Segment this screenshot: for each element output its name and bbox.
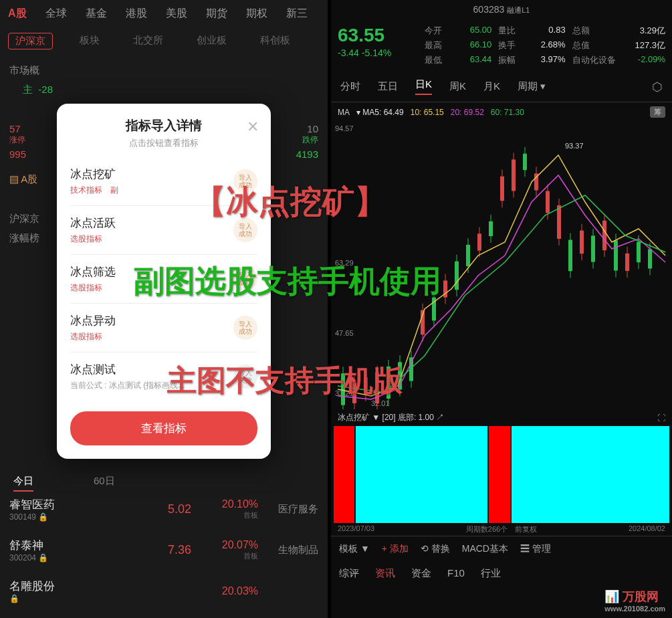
tab-period[interactable]: 周期 ▾ — [518, 80, 546, 93]
manage-button[interactable]: ☰ 管理 — [520, 543, 551, 555]
indicator-import-modal: 指标导入详情 点击按钮查看指标 ✕ 冰点挖矿 技术指标 副 导入成功 冰点活跃 … — [57, 104, 271, 459]
tab-dayk[interactable]: 日K — [415, 78, 432, 95]
subtab-bse[interactable]: 北交所 — [126, 33, 170, 49]
tab-us[interactable]: 美股 — [166, 7, 187, 21]
subtab-sector[interactable]: 板块 — [73, 33, 106, 49]
indicator-tag: 选股指标 — [70, 282, 116, 294]
market-sub-tabs: 沪深京 板块 北交所 创业板 科创板 — [0, 27, 328, 55]
quote-value: 3.29亿 — [623, 25, 665, 37]
indicator-item[interactable]: 冰点筛选 选股指标 导入成功 — [70, 254, 257, 303]
indicator-item[interactable]: 冰点测试 当前公式 : 冰点测试 (指标画线... 导入失败 — [70, 352, 257, 401]
chip-badge[interactable]: 筹 — [650, 106, 665, 118]
quote-label: 最高 — [425, 39, 442, 51]
quote-label: 量比 — [498, 25, 516, 37]
tab-ashare[interactable]: A股 — [8, 7, 27, 21]
indicator-toolbar: 模板 ▼ + 添加 ⟲ 替换 MACD基本 ☰ 管理 — [331, 536, 672, 562]
indicator-tag: 选股指标 — [70, 331, 116, 342]
tab-industry[interactable]: 行业 — [481, 567, 501, 580]
stock-row[interactable]: 名雕股份 🔒 20.03% — [9, 571, 318, 611]
svg-text:47.65: 47.65 — [335, 329, 354, 337]
stat-down-count: 10 — [307, 123, 318, 134]
tab-overview[interactable]: 综评 — [339, 567, 359, 580]
quote-value: 0.83 — [522, 25, 565, 37]
tab-f10[interactable]: F10 — [447, 567, 465, 580]
svg-text:32.01: 32.01 — [371, 399, 390, 407]
quote-value: -2.09% — [623, 54, 665, 66]
modal-title: 指标导入详情 — [70, 117, 257, 134]
quote-label: 总值 — [572, 39, 616, 51]
stat-up: 57 — [9, 123, 21, 134]
limit-down-label: 跌停 — [302, 134, 318, 146]
sub-indicator-header[interactable]: 冰点挖矿 ▼ [20] 底部: 1.00 ↗ ⛶ — [331, 409, 672, 426]
quote-label: 自动化设备 — [572, 54, 616, 66]
tab-time[interactable]: 分时 — [340, 80, 360, 93]
template-dropdown[interactable]: 模板 ▼ — [339, 543, 370, 555]
quote-value: 2.68% — [522, 39, 565, 51]
svg-text:93.37: 93.37 — [565, 142, 584, 150]
limit-up-label: 涨停 — [9, 134, 25, 146]
svg-text:94.57: 94.57 — [335, 124, 354, 132]
close-icon[interactable]: ✕ — [247, 118, 259, 136]
indicator-tag: 选股指标 — [70, 233, 116, 245]
sub-indicator-chart[interactable] — [331, 426, 672, 523]
tab-monthk[interactable]: 月K — [483, 80, 500, 93]
stat-upcount: 995 — [9, 148, 26, 160]
stock-row[interactable]: 睿智医药300149 🔒 5.02 20.10%首板 医疗服务 — [9, 489, 318, 530]
tab-weekk[interactable]: 周K — [449, 80, 466, 93]
tab-5day[interactable]: 五日 — [378, 80, 398, 93]
add-button[interactable]: + 添加 — [382, 543, 409, 555]
replace-button[interactable]: ⟲ 替换 — [421, 543, 450, 555]
indicator-sub: 当前公式 : 冰点测试 (指标画线... — [70, 380, 185, 391]
tab-futures[interactable]: 期货 — [206, 7, 227, 21]
kline-tabs: 分时 五日 日K 周K 月K 周期 ▾ ⬡ — [331, 72, 672, 102]
quote-label: 今开 — [425, 25, 442, 37]
chart-settings-icon[interactable]: ⬡ — [652, 80, 663, 94]
quote-label: 换手 — [498, 39, 516, 51]
expand-icon[interactable]: ⛶ — [657, 413, 665, 423]
import-status-badge: 导入成功 — [233, 267, 257, 291]
macd-button[interactable]: MACD基本 — [462, 543, 508, 555]
svg-text:63.29: 63.29 — [335, 259, 354, 267]
tab-funds[interactable]: 资金 — [411, 567, 431, 580]
market-change: 主 -28 — [9, 77, 318, 103]
quote-panel: 63.55 -3.44 -5.14% 今开65.00量比0.83总额3.29亿最… — [331, 19, 672, 72]
modal-subtitle: 点击按钮查看指标 — [70, 137, 257, 149]
tab-options[interactable]: 期权 — [246, 7, 267, 21]
indicator-item[interactable]: 冰点活跃 选股指标 导入成功 — [70, 205, 257, 254]
import-status-badge: 导入成功 — [233, 316, 257, 340]
info-tabs: 综评 资讯 资金 F10 行业 — [331, 562, 672, 585]
indicator-tag: 技术指标 副 — [70, 185, 118, 196]
import-status-badge: 导入失败 — [233, 365, 257, 389]
quote-label: 最低 — [425, 54, 442, 66]
tab-fund[interactable]: 基金 — [86, 7, 107, 21]
candlestick-chart[interactable]: 94.57 93.37 63.29 47.65 33.21 32.01 — [331, 122, 672, 409]
indicator-name: 冰点挖矿 — [70, 167, 118, 182]
quote-value: 65.00 — [449, 25, 491, 37]
tab-hk[interactable]: 港股 — [126, 7, 147, 21]
import-status-badge: 导入成功 — [233, 169, 257, 193]
quote-value: 127.3亿 — [623, 39, 665, 51]
indicator-item[interactable]: 冰点挖矿 技术指标 副 导入成功 — [70, 157, 257, 205]
stock-row[interactable]: 舒泰神300204 🔒 7.36 20.07%首板 生物制品 — [9, 530, 318, 571]
quote-value: 63.44 — [449, 54, 491, 66]
indicator-name: 冰点活跃 — [70, 215, 116, 231]
market-label: 市场概 — [9, 64, 318, 77]
stock-code: 603283 融通L1 — [338, 4, 665, 15]
tab-neeq[interactable]: 新三 — [286, 7, 308, 21]
left-app-panel: A股 全球 基金 港股 美股 期货 期权 新三 沪深京 板块 北交所 创业板 科… — [0, 0, 328, 618]
market-top-tabs: A股 全球 基金 港股 美股 期货 期权 新三 — [0, 0, 328, 27]
view-indicators-button[interactable]: 查看指标 — [70, 411, 257, 445]
import-status-badge: 导入成功 — [233, 218, 257, 242]
indicator-name: 冰点筛选 — [70, 264, 116, 280]
indicator-name: 冰点异动 — [70, 313, 116, 328]
subtab-star[interactable]: 科创板 — [253, 33, 297, 49]
stat-downtotal: 4193 — [296, 148, 318, 160]
indicator-item[interactable]: 冰点异动 选股指标 导入成功 — [70, 303, 257, 352]
quote-label: 总额 — [572, 25, 616, 37]
tab-global[interactable]: 全球 — [45, 7, 67, 21]
subtab-hsb[interactable]: 沪深京 — [8, 33, 53, 49]
quote-value: 66.10 — [449, 39, 491, 51]
subtab-gem[interactable]: 创业板 — [190, 33, 233, 49]
tab-news[interactable]: 资讯 — [375, 567, 395, 580]
right-app-panel: 603283 融通L1 63.55 -3.44 -5.14% 今开65.00量比… — [331, 0, 672, 618]
